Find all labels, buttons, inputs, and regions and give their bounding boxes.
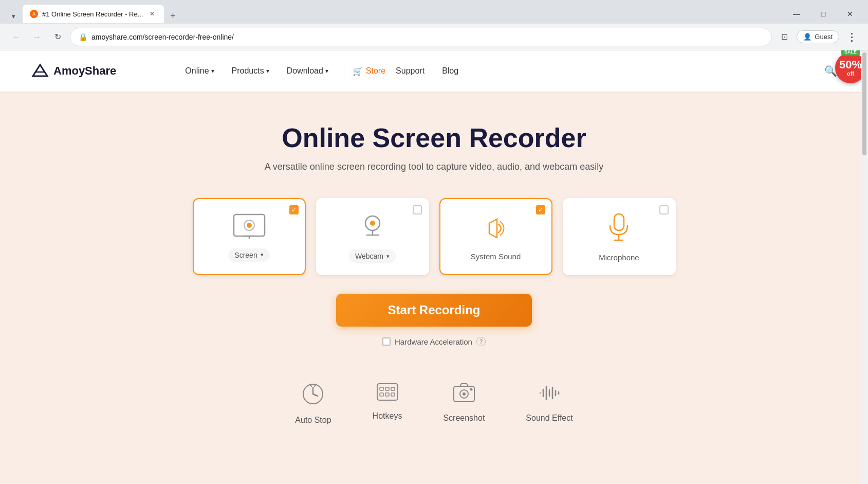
recording-options: ✓ Screen ▾ bbox=[177, 198, 691, 275]
minimize-button[interactable]: — bbox=[785, 6, 808, 22]
nav-links: Online ▾ Products ▾ Download ▾ 🛒 Store bbox=[178, 62, 824, 80]
hero-subtitle: A versatile online screen recording tool… bbox=[21, 162, 847, 172]
hardware-acceleration-label: Hardware Acceleration bbox=[395, 337, 472, 346]
maximize-button[interactable]: □ bbox=[811, 6, 835, 22]
page-content: AmoyShare Online ▾ Products ▾ Download ▾… bbox=[0, 50, 868, 484]
webcam-dropdown[interactable]: Webcam ▾ bbox=[349, 249, 396, 263]
tab-bar: ▾ A #1 Online Screen Recorder - Re... ✕ … bbox=[6, 5, 783, 23]
hotkeys-icon bbox=[376, 382, 399, 406]
microphone-icon bbox=[605, 211, 633, 245]
svg-marker-11 bbox=[489, 219, 497, 238]
profile-icon: 👤 bbox=[803, 33, 811, 41]
svg-marker-0 bbox=[33, 65, 47, 76]
scrollbar[interactable] bbox=[861, 50, 868, 484]
profile-label: Guest bbox=[815, 33, 833, 41]
nav-divider bbox=[344, 63, 344, 79]
tab-title: #1 Online Screen Recorder - Re... bbox=[42, 10, 143, 18]
nav-item-online[interactable]: Online ▾ bbox=[178, 62, 221, 80]
screen-dropdown[interactable]: Screen ▾ bbox=[228, 248, 269, 262]
screen-icon bbox=[231, 212, 267, 240]
profile-button[interactable]: 👤 Guest bbox=[797, 30, 839, 43]
active-tab[interactable]: A #1 Online Screen Recorder - Re... ✕ bbox=[23, 5, 164, 23]
screenshot-label: Screenshot bbox=[443, 414, 485, 423]
browser-menu-button[interactable]: ⋮ bbox=[843, 29, 860, 45]
system-sound-checkbox[interactable]: ✓ bbox=[536, 205, 545, 214]
security-icon: 🔒 bbox=[79, 33, 87, 41]
screen-dropdown-label: Screen bbox=[234, 251, 257, 259]
microphone-card[interactable]: Microphone bbox=[563, 198, 676, 275]
feature-auto-stop[interactable]: Auto Stop bbox=[295, 382, 331, 425]
url-bar[interactable]: 🔒 amoyshare.com/screen-recorder-free-onl… bbox=[70, 28, 772, 46]
logo-icon bbox=[31, 62, 49, 80]
feature-hotkeys[interactable]: Hotkeys bbox=[373, 382, 402, 425]
sound-effect-label: Sound Effect bbox=[526, 414, 572, 423]
screenshot-icon bbox=[452, 382, 476, 408]
page-title: Online Screen Recorder bbox=[21, 122, 847, 153]
screen-card[interactable]: ✓ Screen ▾ bbox=[193, 198, 306, 275]
forward-button[interactable]: → bbox=[29, 29, 45, 45]
window-controls: — □ ✕ bbox=[785, 6, 862, 22]
sound-effect-icon bbox=[538, 382, 561, 408]
nav-item-store[interactable]: 🛒 Store bbox=[353, 66, 385, 76]
webcam-checkbox[interactable] bbox=[413, 205, 422, 214]
microphone-label: Microphone bbox=[599, 253, 639, 262]
svg-rect-22 bbox=[385, 387, 389, 390]
title-bar: ▾ A #1 Online Screen Recorder - Re... ✕ … bbox=[0, 0, 868, 24]
hotkeys-label: Hotkeys bbox=[373, 411, 402, 421]
logo[interactable]: AmoyShare bbox=[31, 62, 116, 80]
logo-text: AmoyShare bbox=[53, 64, 116, 78]
features-row: Auto Stop Hotkeys bbox=[21, 372, 847, 435]
webcam-dropdown-chevron: ▾ bbox=[386, 253, 390, 260]
svg-rect-20 bbox=[377, 384, 398, 400]
back-button[interactable]: ← bbox=[8, 29, 25, 45]
webcam-card[interactable]: Webcam ▾ bbox=[316, 198, 429, 275]
hardware-acceleration-row: Hardware Acceleration ? bbox=[21, 337, 847, 346]
nav-item-products[interactable]: Products ▾ bbox=[225, 62, 276, 80]
system-sound-label: System Sound bbox=[471, 252, 521, 261]
feature-sound-effect[interactable]: Sound Effect bbox=[526, 382, 572, 425]
microphone-checkbox[interactable] bbox=[659, 205, 669, 214]
browser-chrome: ▾ A #1 Online Screen Recorder - Re... ✕ … bbox=[0, 0, 868, 50]
svg-rect-25 bbox=[385, 393, 389, 396]
svg-point-29 bbox=[463, 392, 466, 396]
sidebar-toggle-button[interactable]: ⊡ bbox=[776, 29, 792, 45]
hero-section: Online Screen Recorder A versatile onlin… bbox=[0, 92, 868, 456]
chevron-down-icon: ▾ bbox=[325, 67, 328, 75]
screen-dropdown-chevron: ▾ bbox=[261, 252, 264, 258]
feature-screenshot[interactable]: Screenshot bbox=[443, 382, 485, 425]
nav-item-blog[interactable]: Blog bbox=[435, 62, 466, 80]
auto-stop-icon bbox=[301, 382, 325, 410]
sale-ribbon-text: SALE bbox=[841, 50, 860, 56]
sale-off: off bbox=[847, 70, 854, 77]
svg-line-17 bbox=[313, 394, 318, 396]
recent-tabs-button[interactable]: ▾ bbox=[6, 9, 21, 23]
hardware-acceleration-checkbox[interactable] bbox=[382, 337, 391, 346]
system-sound-icon bbox=[479, 213, 512, 244]
auto-stop-label: Auto Stop bbox=[295, 416, 331, 425]
system-sound-card[interactable]: ✓ System Sound bbox=[439, 198, 552, 275]
browser-viewport: AmoyShare Online ▾ Products ▾ Download ▾… bbox=[0, 50, 868, 484]
start-recording-button[interactable]: Start Recording bbox=[336, 294, 531, 327]
scrollbar-thumb[interactable] bbox=[862, 52, 866, 155]
new-tab-button[interactable]: + bbox=[166, 9, 180, 23]
tab-favicon: A bbox=[30, 10, 38, 18]
nav-item-support[interactable]: Support bbox=[389, 62, 432, 80]
close-button[interactable]: ✕ bbox=[838, 6, 862, 22]
nav-item-download[interactable]: Download ▾ bbox=[280, 62, 336, 80]
screen-checkbox[interactable]: ✓ bbox=[289, 205, 299, 214]
svg-point-30 bbox=[470, 388, 472, 391]
chevron-down-icon: ▾ bbox=[211, 67, 214, 75]
site-navigation: AmoyShare Online ▾ Products ▾ Download ▾… bbox=[0, 50, 868, 92]
svg-point-6 bbox=[247, 223, 252, 228]
svg-rect-24 bbox=[380, 393, 383, 396]
svg-rect-12 bbox=[614, 214, 624, 230]
webcam-icon bbox=[357, 210, 388, 241]
svg-rect-21 bbox=[380, 387, 383, 390]
tab-close-button[interactable]: ✕ bbox=[147, 9, 157, 19]
refresh-button[interactable]: ↻ bbox=[49, 29, 66, 45]
cart-icon: 🛒 bbox=[353, 66, 363, 76]
url-text: amoyshare.com/screen-recorder-free-onlin… bbox=[91, 33, 763, 41]
sale-percent: 50% bbox=[839, 59, 862, 70]
chevron-down-icon: ▾ bbox=[266, 67, 269, 75]
hardware-acceleration-help-icon[interactable]: ? bbox=[476, 337, 486, 346]
